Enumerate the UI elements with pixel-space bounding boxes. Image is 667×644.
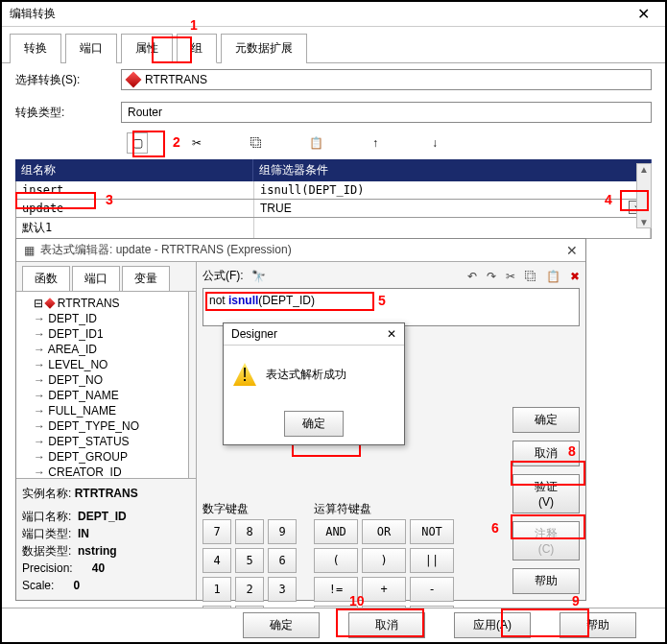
tab-transform[interactable]: 转换 — [10, 34, 61, 63]
dialog-ok-button[interactable]: 确定 — [284, 411, 344, 437]
paste-icon[interactable]: 📋 — [305, 132, 326, 154]
editor-title: 表达式编辑器: update - RTRTRANS (Expression) — [40, 242, 292, 258]
subtab-ports[interactable]: 端口 — [72, 266, 120, 291]
subtab-functions[interactable]: 函数 — [22, 266, 70, 291]
cell-cond: isnull(DEPT_ID) — [254, 181, 651, 199]
key-plus[interactable]: + — [362, 577, 406, 602]
editor-close-icon[interactable]: ✕ — [566, 243, 578, 258]
window-titlebar: 编辑转换 ✕ — [2, 2, 665, 27]
close-icon[interactable]: ✕ — [630, 5, 657, 23]
table-scrollbar[interactable] — [636, 163, 652, 228]
tab-props[interactable]: 属性 — [121, 34, 173, 63]
key-or[interactable]: OR — [362, 519, 406, 544]
transform-type-label: 转换类型: — [15, 105, 111, 121]
cut-icon[interactable]: ✂ — [186, 132, 207, 154]
key-minus[interactable]: - — [410, 577, 454, 602]
cell-cond — [254, 218, 651, 238]
key-3[interactable]: 3 — [268, 577, 297, 602]
annotation-8: 8 — [568, 443, 576, 459]
select-transform-value: RTRTRANS — [145, 73, 207, 86]
bottom-bar: 确定 取消 应用(A) 帮助 — [2, 608, 665, 642]
editor-icon: ▦ — [24, 244, 35, 257]
tree-item[interactable]: DEPT_GROUP — [20, 449, 184, 465]
annotation-4: 4 — [605, 192, 612, 207]
tree-item[interactable]: DEPT_STATUS — [20, 434, 184, 449]
annotation-1: 1 — [190, 17, 198, 33]
key-8[interactable]: 8 — [235, 519, 264, 544]
editor-ok-button[interactable]: 确定 — [512, 407, 580, 433]
subtab-vars[interactable]: 变量 — [122, 266, 170, 291]
cell-name: 默认1 — [16, 218, 254, 238]
tree-item[interactable]: DEPT_NO — [20, 372, 184, 388]
annotation-5: 5 — [378, 293, 386, 308]
copy-icon[interactable]: ⿻ — [246, 132, 267, 154]
col-filter-cond: 组筛选器条件 — [253, 159, 652, 181]
table-row[interactable]: 默认1 — [15, 218, 652, 239]
key-2[interactable]: 2 — [235, 577, 264, 602]
tree-item[interactable]: DEPT_NAME — [20, 388, 184, 403]
tree-item[interactable]: FULL_NAME — [20, 403, 184, 418]
binoculars-icon[interactable]: 🔭 — [251, 270, 266, 283]
key-lparen[interactable]: ( — [314, 548, 358, 573]
cell-cond: TRUE ↘ — [254, 200, 651, 217]
port-info: 实例名称: RTRTRANS 端口名称: DEPT_ID 端口类型: IN 数据… — [16, 478, 196, 600]
formula-input[interactable]: not isnull(DEPT_ID) — [202, 288, 580, 326]
keypad-title: 数字键盘 — [202, 499, 297, 519]
editor-validate-button[interactable]: 验证(V) — [512, 474, 580, 513]
cancel-button[interactable]: 取消 — [348, 612, 425, 638]
keypad-title: 运算符键盘 — [314, 499, 454, 519]
ok-button[interactable]: 确定 — [243, 612, 320, 638]
window-title: 编辑转换 — [10, 6, 56, 22]
annotation-9: 9 — [572, 593, 580, 608]
copy-icon[interactable]: ⿻ — [525, 270, 536, 283]
key-and[interactable]: AND — [314, 519, 358, 544]
up-icon[interactable]: ↑ — [365, 132, 386, 154]
key-not[interactable]: NOT — [410, 519, 454, 544]
key-rparen[interactable]: ) — [362, 548, 406, 573]
annotation-2: 2 — [173, 134, 180, 150]
tree-item[interactable]: LEVEL_NO — [20, 357, 184, 372]
tree-item[interactable]: DEPT_ID — [20, 311, 184, 326]
transform-type-field: Router — [121, 102, 652, 123]
editor-help-button[interactable]: 帮助 — [512, 568, 580, 594]
apply-button[interactable]: 应用(A) — [454, 612, 531, 638]
editor-comment-button: 注释(C) — [512, 521, 580, 561]
dialog-message: 表达式解析成功 — [266, 367, 346, 383]
new-group-icon[interactable]: ▢ — [127, 132, 148, 154]
key-6[interactable]: 6 — [268, 548, 297, 573]
key-5[interactable]: 5 — [235, 548, 264, 573]
tree-item[interactable]: DEPT_ID1 — [20, 326, 184, 342]
delete-icon[interactable]: ✖ — [570, 270, 580, 283]
key-4[interactable]: 4 — [202, 548, 231, 573]
help-button[interactable]: 帮助 — [560, 612, 636, 638]
redo-icon[interactable]: ↷ — [487, 270, 496, 283]
cut-icon[interactable]: ✂ — [506, 270, 515, 283]
parse-success-dialog: Designer ✕ ! 表达式解析成功 确定 — [223, 322, 405, 445]
key-1[interactable]: 1 — [202, 577, 231, 602]
select-transform-field[interactable]: RTRTRANS — [121, 69, 652, 90]
cell-name: insert — [16, 181, 254, 199]
key-9[interactable]: 9 — [268, 519, 297, 544]
tree-item[interactable]: DEPT_TYPE_NO — [20, 418, 184, 434]
select-transform-label: 选择转换(S): — [15, 72, 111, 88]
paste-icon[interactable]: 📋 — [546, 270, 560, 283]
port-tree[interactable]: RTRTRANS DEPT_ID DEPT_ID1 AREA_ID LEVEL_… — [16, 292, 189, 478]
annotation-10: 10 — [349, 593, 365, 608]
tab-groups[interactable]: 组 — [177, 34, 217, 63]
undo-icon[interactable]: ↶ — [467, 270, 477, 283]
transform-type-value: Router — [128, 106, 162, 119]
annotation-6: 6 — [491, 520, 499, 536]
key-concat[interactable]: || — [410, 548, 454, 573]
dialog-close-icon[interactable]: ✕ — [387, 327, 396, 341]
tab-ports[interactable]: 端口 — [65, 34, 117, 63]
tree-item[interactable]: CREATOR_ID — [20, 465, 184, 478]
formula-label: 公式(F): — [202, 268, 244, 284]
down-icon[interactable]: ↓ — [424, 132, 445, 154]
col-group-name: 组名称 — [15, 159, 253, 181]
dialog-title: Designer — [231, 327, 277, 341]
tree-item[interactable]: AREA_ID — [20, 342, 184, 357]
tab-metadata[interactable]: 元数据扩展 — [221, 34, 307, 63]
group-toolbar: ▢ ✂ ⿻ 📋 ↑ ↓ — [2, 129, 665, 157]
key-7[interactable]: 7 — [202, 519, 231, 544]
tree-root[interactable]: RTRTRANS — [58, 297, 120, 310]
